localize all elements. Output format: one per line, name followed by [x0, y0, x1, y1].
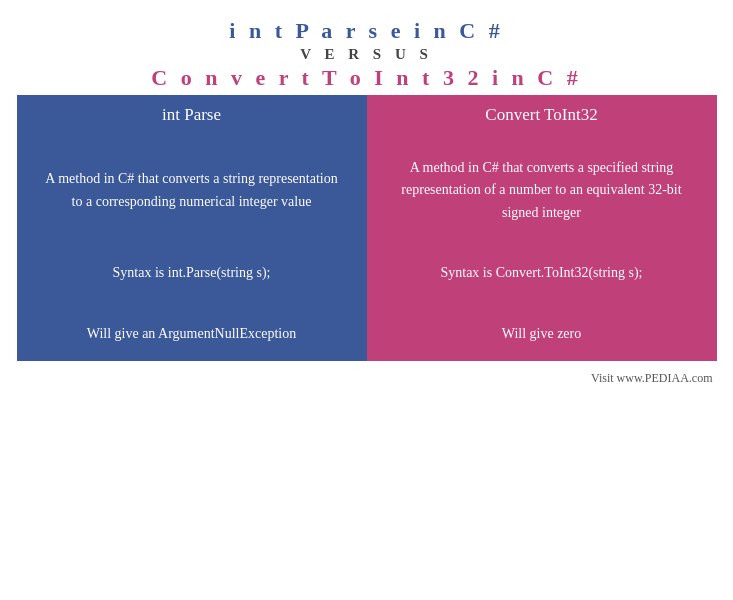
table-row: A method in C# that converts a string re… — [17, 141, 717, 240]
title-line1: i n t P a r s e i n C # — [10, 18, 723, 44]
left-cell-2: Syntax is int.Parse(string s); — [113, 265, 271, 280]
col-left-header: int Parse — [162, 105, 221, 124]
table-row: Will give an ArgumentNullException Will … — [17, 307, 717, 361]
left-cell-1: A method in C# that converts a string re… — [45, 171, 337, 208]
table-row: Syntax is int.Parse(string s); Syntax is… — [17, 246, 717, 300]
page-header: i n t P a r s e i n C # V E R S U S C o … — [0, 0, 733, 95]
versus-label: V E R S U S — [10, 46, 723, 63]
footer: Visit www.PEDIAA.com — [17, 365, 717, 386]
col-right-header: Convert ToInt32 — [485, 105, 597, 124]
table-header-row: int Parse Convert ToInt32 — [17, 95, 717, 135]
footer-text: Visit www.PEDIAA.com — [591, 371, 713, 385]
left-cell-3: Will give an ArgumentNullException — [87, 326, 297, 341]
comparison-table: int Parse Convert ToInt32 A method in C#… — [17, 95, 717, 361]
right-cell-1: A method in C# that converts a specified… — [401, 160, 681, 220]
right-cell-2: Syntax is Convert.ToInt32(string s); — [440, 265, 642, 280]
title-line2: C o n v e r t T o I n t 3 2 i n C # — [10, 65, 723, 91]
right-cell-3: Will give zero — [502, 326, 582, 341]
